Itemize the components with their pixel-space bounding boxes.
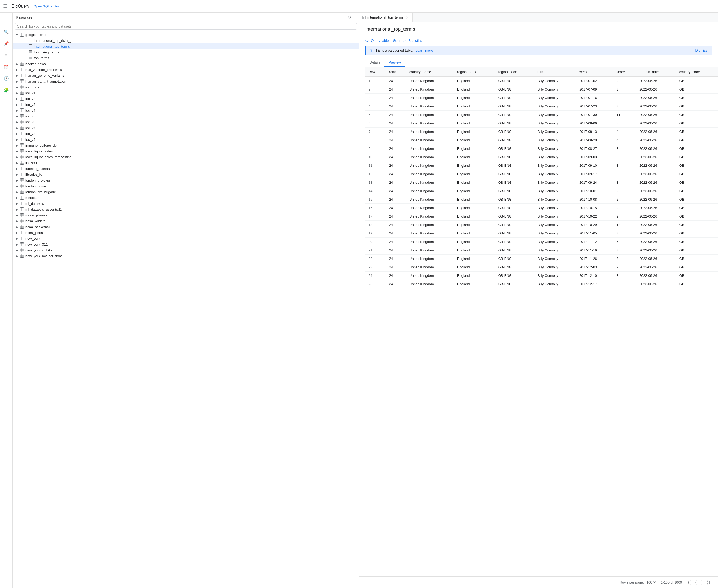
svg-rect-140 [20, 237, 24, 240]
puzzle-icon-btn[interactable]: 🧩 [1, 85, 12, 95]
sidebar-header-actions: ↻ + [348, 15, 356, 20]
tree-item-idc_v3[interactable]: ▶idc_v3 [13, 102, 359, 107]
refresh-button[interactable]: ↻ [348, 15, 352, 20]
tree-item-ml_datasets_us[interactable]: ▶ml_datasets_uscentral1 [13, 206, 359, 212]
learn-more-link[interactable]: Learn more [415, 48, 433, 52]
tree-item-intl_top_rising[interactable]: international_top_rising_ [13, 38, 359, 43]
svg-rect-60 [20, 120, 24, 124]
tree-item-new_york_mv[interactable]: ▶new_york_mv_collisions [13, 253, 359, 259]
dataset-icon [20, 190, 24, 194]
tree-item-intl_top_terms[interactable]: international_top_terms [13, 43, 359, 49]
tree-item-new_york_citibike[interactable]: ▶new_york_citibike [13, 247, 359, 253]
tree-item-top_terms[interactable]: top_terms [13, 55, 359, 61]
dataset-icon [20, 242, 24, 246]
prev-page-button[interactable]: ⟨ [694, 579, 698, 586]
tab-bar: international_top_terms × [359, 13, 718, 22]
tree-item-idc_v6[interactable]: ▶idc_v6 [13, 119, 359, 125]
cell: GB [676, 255, 718, 263]
dismiss-button[interactable]: Dismiss [696, 48, 708, 52]
tab-preview[interactable]: Preview [385, 58, 405, 67]
tree-item-google_trends[interactable]: ▾google_trends [13, 32, 359, 38]
tree-item-london_crime[interactable]: ▶london_crime [13, 183, 359, 189]
tree-item-idc_v7[interactable]: ▶idc_v7 [13, 125, 359, 131]
open-sql-button[interactable]: Open SQL editor [34, 4, 59, 8]
menu-icon-btn[interactable]: ☰ [1, 15, 12, 25]
cell: United Kingdom [406, 229, 454, 238]
tree-item-london_fire[interactable]: ▶london_fire_brigade [13, 189, 359, 195]
tree-item-human_variant[interactable]: ▶human_variant_annotation [13, 78, 359, 84]
history-icon-btn[interactable]: ≡ [1, 50, 12, 60]
tab-close-button[interactable]: × [405, 15, 409, 20]
cell: 2022-06-26 [636, 102, 676, 111]
generate-statistics-button[interactable]: Generate Statistics [393, 39, 422, 43]
tree-item-idc_v5[interactable]: ▶idc_v5 [13, 113, 359, 119]
tree-item-iowa_liquor_f[interactable]: ▶iowa_liquor_sales_forecasting [13, 154, 359, 160]
menu-icon[interactable]: ☰ [3, 3, 7, 9]
tree-item-immune_epitope[interactable]: ▶immune_epitope_db [13, 142, 359, 148]
tree-item-idc_current[interactable]: ▶idc_current [13, 84, 359, 90]
tree-item-hud_zipcode[interactable]: ▶hud_zipcode_crosswalk [13, 67, 359, 72]
tree-item-top_rising_terms[interactable]: top_rising_terms [13, 49, 359, 55]
cell: 2022-06-26 [636, 255, 676, 263]
cell: United Kingdom [406, 170, 454, 178]
tree-item-label: idc_v2 [25, 97, 357, 101]
tree-item-human_genome[interactable]: ▶human_genome_variants [13, 72, 359, 78]
tree-item-nasa_wildfire[interactable]: ▶nasa_wildfire [13, 218, 359, 224]
cell: United Kingdom [406, 255, 454, 263]
tree-item-idc_v9[interactable]: ▶idc_v9 [13, 136, 359, 142]
tree-item-labeled_patents[interactable]: ▶labeled_patents [13, 166, 359, 171]
tree-item-new_york[interactable]: ▶new_york [13, 235, 359, 241]
cell: 2017-08-27 [576, 145, 613, 153]
query-table-button[interactable]: <> Query table [365, 39, 389, 43]
cell: 2017-11-19 [576, 246, 613, 255]
search-icon-btn[interactable]: 🔍 [1, 26, 12, 37]
tree-item-hacker_news[interactable]: ▶hacker_news [13, 61, 359, 67]
cell: England [454, 178, 495, 187]
cell: 3 [613, 153, 636, 162]
tab-details[interactable]: Details [365, 58, 385, 67]
cell: 3 [613, 145, 636, 153]
cell: 2022-06-26 [636, 204, 676, 212]
cell: United Kingdom [406, 187, 454, 195]
cell: England [454, 128, 495, 136]
cell: GB-ENG [495, 246, 534, 255]
next-page-button[interactable]: ⟩ [699, 579, 704, 586]
action-bar: <> Query table Generate Statistics [359, 36, 718, 46]
add-button[interactable]: + [353, 15, 356, 20]
first-page-button[interactable]: ⟨⟨ [686, 579, 693, 586]
calendar-icon-btn[interactable]: 📅 [1, 61, 12, 72]
rows-per-page: Rows per page: 100 50 25 [620, 580, 657, 585]
rows-per-page-label: Rows per page: [620, 580, 644, 584]
table-row: 1224United KingdomEnglandGB-ENGBilly Con… [365, 170, 718, 178]
pin-icon-btn[interactable]: 📌 [1, 38, 12, 49]
tree-item-libraries_io[interactable]: ▶libraries_io [13, 171, 359, 177]
tree-item-idc_v8[interactable]: ▶idc_v8 [13, 131, 359, 136]
svg-rect-12 [29, 50, 32, 54]
search-input[interactable] [17, 24, 354, 28]
content: international_top_terms × international_… [359, 13, 718, 588]
dataset-icon [20, 184, 24, 188]
tree-item-irs_990[interactable]: ▶irs_990 [13, 160, 359, 166]
tree-item-idc_v4[interactable]: ▶idc_v4 [13, 107, 359, 113]
cell: 2017-08-13 [576, 128, 613, 136]
cell: Billy Connolly [534, 85, 576, 94]
tree-item-idc_v1[interactable]: ▶idc_v1 [13, 90, 359, 96]
tree-item-medicare[interactable]: ▶medicare [13, 195, 359, 201]
tree-item-idc_v2[interactable]: ▶idc_v2 [13, 96, 359, 102]
tree-item-london_bicycles[interactable]: ▶london_bicycles [13, 177, 359, 183]
active-tab[interactable]: international_top_terms × [359, 13, 413, 22]
clock-icon-btn[interactable]: 🕐 [1, 73, 12, 84]
cell: GB-ENG [495, 162, 534, 170]
rows-per-page-select[interactable]: 100 50 25 [645, 580, 657, 585]
tree-item-iowa_liquor[interactable]: ▶iowa_liquor_sales [13, 148, 359, 154]
spacer-icon [23, 44, 27, 48]
tree-item-moon_phases[interactable]: ▶moon_phases [13, 212, 359, 218]
expand-right-icon: ▶ [15, 213, 19, 217]
tree-item-new_york_311[interactable]: ▶new_york_311 [13, 241, 359, 247]
tree-item-ncaa_basketball[interactable]: ▶ncaa_basketball [13, 224, 359, 230]
cell: England [454, 85, 495, 94]
tree-item-nces_ipeds[interactable]: ▶nces_ipeds [13, 230, 359, 235]
tree-item-ml_datasets[interactable]: ▶ml_datasets [13, 201, 359, 206]
last-page-button[interactable]: ⟩⟩ [705, 579, 712, 586]
expand-right-icon: ▶ [15, 178, 19, 182]
